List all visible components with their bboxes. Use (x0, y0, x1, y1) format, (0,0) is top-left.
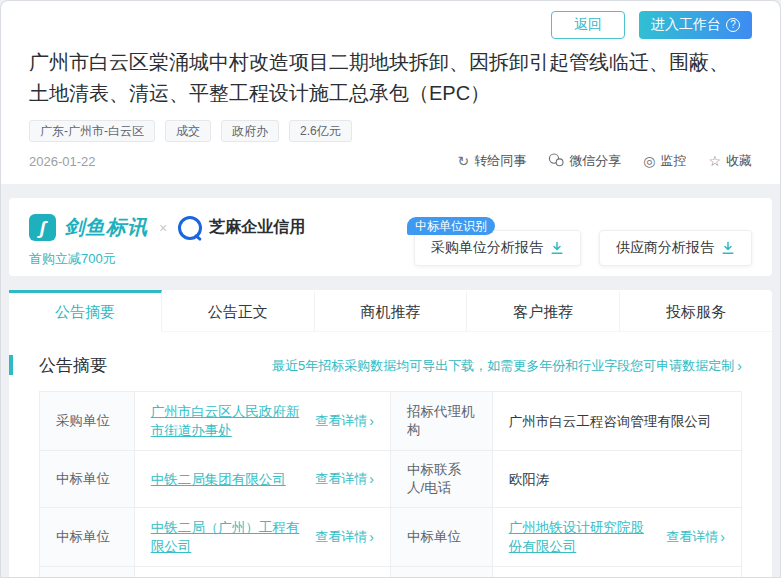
partner-name: 芝麻企业信用 (209, 217, 305, 238)
buyer-type-tag: 政府办 (221, 120, 279, 142)
brand-name: 剑鱼标讯 (64, 214, 148, 241)
winner-org-link[interactable]: 广州地铁设计研究院股份有限公司 (509, 518, 657, 556)
row3-label1: 中标单位 (40, 508, 135, 567)
brand-area: ʃ 剑鱼标讯 × 芝麻企业信用 首购立减700元 (29, 208, 305, 268)
data-export-notice-link[interactable]: 最近5年招标采购数据均可导出下载，如需更多年份和行业字段您可申请数据定制 › (272, 357, 742, 375)
page-title: 广州市白云区棠涌城中村改造项目二期地块拆卸、因拆卸引起管线临迁、围蔽、土地清表、… (29, 47, 734, 109)
supplier-report-button[interactable]: 供应商分析报告 (599, 230, 752, 266)
forward-to-colleague-action[interactable]: ↻ 转给同事 (457, 152, 526, 170)
row2-label2: 中标联系人/电话 (390, 451, 492, 508)
enter-workspace-button[interactable]: 进入工作台 ? (639, 11, 752, 39)
view-detail-link[interactable]: 查看详情› (315, 528, 374, 546)
row2-value2: 欧阳涛 (492, 451, 741, 508)
chevron-right-icon: › (369, 414, 374, 428)
monitor-label: 监控 (660, 152, 686, 170)
monitor-action[interactable]: ◎ 监控 (643, 152, 686, 170)
row4-value1: 260,183,254 (134, 567, 390, 578)
row2-label1: 中标单位 (40, 451, 135, 508)
view-detail-link[interactable]: 查看详情› (315, 412, 374, 430)
buyer-report-label: 采购单位分析报告 (431, 239, 543, 257)
section-accent-bar (9, 355, 13, 375)
row1-label1: 采购单位 (40, 392, 135, 451)
row2-value1: 中铁二局集团有限公司 查看详情› (134, 451, 390, 508)
winner-contact-name: 欧阳涛 (509, 472, 550, 487)
winner-identify-badge: 中标单位识别 (407, 217, 495, 235)
row3-label2: 中标单位 (390, 508, 492, 567)
supplier-report-wrap: 供应商分析报告 (599, 230, 752, 266)
row4-label2: 项目地区 (390, 567, 492, 578)
jianyu-logo-icon: ʃ (29, 214, 56, 241)
tab-announcement-summary[interactable]: 公告摘要 (9, 290, 162, 332)
forward-icon: ↻ (457, 154, 469, 168)
table-row: 中标金额（元） 260,183,254 项目地区 广东广州市白云区 (40, 567, 742, 578)
row3-value2: 广州地铁设计研究院股份有限公司 查看详情› (492, 508, 741, 567)
download-icon (550, 241, 564, 255)
zhima-logo-icon (178, 216, 202, 240)
summary-section-title: 公告摘要 (39, 354, 107, 377)
header-card: 返回 进入工作台 ? 广州市白云区棠涌城中村改造项目二期地块拆卸、因拆卸引起管线… (1, 1, 780, 184)
tab-announcement-body[interactable]: 公告正文 (162, 290, 315, 332)
tab-business-recommend[interactable]: 商机推荐 (315, 290, 468, 332)
view-detail-label: 查看详情 (315, 528, 367, 546)
notice-text: 最近5年招标采购数据均可导出下载，如需更多年份和行业字段您可申请数据定制 (272, 357, 734, 375)
meta-row: 2026-01-22 ↻ 转给同事 微信分享 ◎ (29, 152, 752, 170)
star-icon: ☆ (708, 154, 721, 168)
wechat-icon (548, 153, 564, 169)
buyer-report-wrap: 中标单位识别 采购单位分析报告 (414, 230, 581, 266)
view-detail-link[interactable]: 查看详情› (315, 470, 374, 488)
winner-org-link[interactable]: 中铁二局（广州）工程有限公司 (151, 518, 306, 556)
status-tag: 成交 (165, 120, 211, 142)
tab-bar: 公告摘要 公告正文 商机推荐 客户推荐 投标服务 (9, 290, 772, 332)
view-detail-label: 查看详情 (315, 412, 367, 430)
favorite-action[interactable]: ☆ 收藏 (708, 152, 752, 170)
row1-value2: 广州市白云工程咨询管理有限公司 (492, 392, 741, 451)
row1-value1: 广州市白云区人民政府新市街道办事处 查看详情› (134, 392, 390, 451)
download-icon (721, 241, 735, 255)
table-row: 中标单位 中铁二局（广州）工程有限公司 查看详情› 中标单位 广州地铁设计研究院… (40, 508, 742, 567)
buyer-org-link[interactable]: 广州市白云区人民政府新市街道办事处 (151, 402, 306, 440)
content-card: 公告摘要 公告正文 商机推荐 客户推荐 投标服务 公告摘要 最近5年招标采购数据… (9, 290, 772, 578)
wechat-share-label: 微信分享 (569, 152, 621, 170)
chevron-right-icon: › (369, 530, 374, 544)
agency-name: 广州市白云工程咨询管理有限公司 (509, 414, 712, 429)
row3-value1: 中铁二局（广州）工程有限公司 查看详情› (134, 508, 390, 567)
help-circle-icon: ? (726, 18, 740, 32)
winner-org-link[interactable]: 中铁二局集团有限公司 (151, 470, 286, 489)
favorite-label: 收藏 (726, 152, 752, 170)
promo-bar: ʃ 剑鱼标讯 × 芝麻企业信用 首购立减700元 中标单位识别 采购单位分析报告 (9, 198, 772, 276)
tag-row: 广东-广州市-白云区 成交 政府办 2.6亿元 (29, 120, 752, 142)
report-buttons: 中标单位识别 采购单位分析报告 供应商分析报告 (414, 208, 752, 268)
summary-section-head: 公告摘要 最近5年招标采购数据均可导出下载，如需更多年份和行业字段您可申请数据定… (39, 354, 742, 377)
supplier-report-label: 供应商分析报告 (616, 239, 714, 257)
region-tag: 广东-广州市-白云区 (29, 120, 155, 142)
brand-row: ʃ 剑鱼标讯 × 芝麻企业信用 (29, 214, 305, 241)
summary-table-wrap: 采购单位 广州市白云区人民政府新市街道办事处 查看详情› 招标代理机构 广州市白… (39, 391, 742, 578)
page: 返回 进入工作台 ? 广州市白云区棠涌城中村改造项目二期地块拆卸、因拆卸引起管线… (0, 0, 781, 578)
wechat-share-action[interactable]: 微信分享 (548, 152, 621, 170)
tab-customer-recommend[interactable]: 客户推荐 (467, 290, 620, 332)
buyer-report-button[interactable]: 采购单位分析报告 (414, 230, 581, 266)
cross-separator: × (159, 220, 167, 236)
forward-label: 转给同事 (474, 152, 526, 170)
chevron-right-icon: › (369, 472, 374, 486)
row1-label2: 招标代理机构 (390, 392, 492, 451)
view-detail-label: 查看详情 (315, 470, 367, 488)
tab-bidding-service[interactable]: 投标服务 (620, 290, 772, 332)
chevron-right-icon: › (737, 359, 742, 373)
monitor-icon: ◎ (643, 154, 655, 168)
header-actions: 返回 进入工作台 ? (29, 11, 752, 39)
view-detail-label: 查看详情 (666, 528, 718, 546)
amount-tag: 2.6亿元 (289, 120, 352, 142)
table-row: 采购单位 广州市白云区人民政府新市街道办事处 查看详情› 招标代理机构 广州市白… (40, 392, 742, 451)
row4-label1: 中标金额（元） (40, 567, 135, 578)
summary-table: 采购单位 广州市白云区人民政府新市街道办事处 查看详情› 招标代理机构 广州市白… (39, 391, 742, 578)
row4-value2: 广东广州市白云区 (492, 567, 741, 578)
action-row: ↻ 转给同事 微信分享 ◎ 监控 ☆ (457, 152, 752, 170)
back-button[interactable]: 返回 (551, 11, 625, 39)
workspace-button-label: 进入工作台 (651, 16, 721, 34)
view-detail-link[interactable]: 查看详情› (666, 528, 725, 546)
chevron-right-icon: › (720, 530, 725, 544)
publish-date: 2026-01-22 (29, 154, 96, 169)
discount-text: 首购立减700元 (29, 250, 305, 268)
table-row: 中标单位 中铁二局集团有限公司 查看详情› 中标联系人/电话 欧阳涛 (40, 451, 742, 508)
